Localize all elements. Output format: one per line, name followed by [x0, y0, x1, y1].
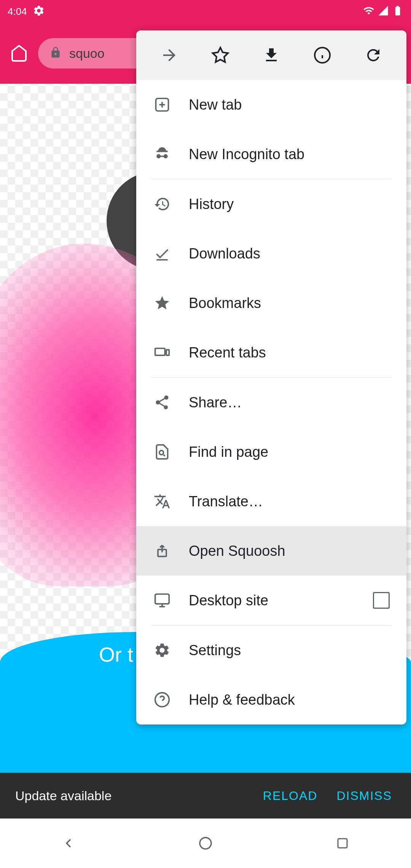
snackbar-reload-button[interactable]: RELOAD [259, 781, 322, 811]
svg-point-9 [159, 450, 164, 455]
menu-history[interactable]: History [136, 179, 406, 229]
status-left: 4:04 [8, 5, 45, 18]
bookmark-button[interactable] [207, 42, 234, 69]
find-icon [153, 443, 171, 461]
menu-items-list: New tab New Incognito tab History Downlo… [136, 80, 406, 724]
bookmarks-icon [153, 294, 171, 312]
menu-open-squoosh[interactable]: Open Squoosh [136, 526, 406, 576]
nav-home-button[interactable] [194, 832, 217, 855]
settings-icon [153, 641, 171, 659]
downloads-icon [153, 244, 171, 263]
menu-downloads[interactable]: Downloads [136, 229, 406, 278]
status-bar: 4:04 [0, 0, 411, 23]
new-tab-icon [153, 96, 171, 114]
menu-share[interactable]: Share… [136, 378, 406, 427]
menu-new-tab[interactable]: New tab [136, 80, 406, 129]
nav-back-button[interactable] [57, 832, 80, 855]
refresh-button[interactable] [360, 42, 387, 69]
battery-icon [392, 5, 403, 18]
menu-item-label: Bookmarks [189, 295, 390, 311]
navigation-bar [0, 819, 411, 868]
svg-point-17 [200, 838, 211, 849]
menu-incognito-tab[interactable]: New Incognito tab [136, 129, 406, 179]
status-time: 4:04 [8, 6, 27, 18]
menu-find-in-page[interactable]: Find in page [136, 427, 406, 477]
svg-rect-12 [155, 594, 169, 604]
open-app-icon [153, 542, 171, 560]
svg-rect-6 [156, 259, 167, 261]
menu-item-label: Help & feedback [189, 692, 390, 708]
menu-item-label: Open Squoosh [189, 543, 390, 559]
incognito-icon [153, 145, 171, 163]
lock-icon [49, 46, 62, 60]
menu-item-label: Find in page [189, 444, 390, 460]
browser-menu: New tab New Incognito tab History Downlo… [136, 30, 406, 724]
home-button[interactable] [8, 42, 30, 65]
menu-item-label: Settings [189, 642, 390, 659]
menu-translate[interactable]: Translate… [136, 477, 406, 526]
menu-item-label: New Incognito tab [189, 146, 390, 163]
wifi-icon [363, 5, 374, 18]
svg-rect-18 [338, 839, 347, 848]
svg-rect-7 [155, 348, 165, 355]
menu-item-label: Share… [189, 394, 390, 411]
menu-desktop-site[interactable]: Desktop site [136, 576, 406, 625]
snackbar: Update available RELOAD DISMISS [0, 773, 411, 819]
signal-icon [378, 5, 389, 18]
share-icon [153, 393, 171, 412]
menu-recent-tabs[interactable]: Recent tabs [136, 328, 406, 377]
menu-help-feedback[interactable]: Help & feedback [136, 675, 406, 724]
svg-line-10 [164, 455, 165, 456]
url-text: squoo [69, 46, 105, 61]
menu-item-label: Recent tabs [189, 345, 390, 361]
menu-item-label: New tab [189, 97, 390, 113]
settings-status-icon [33, 5, 45, 18]
desktop-icon [153, 591, 171, 610]
menu-top-actions [136, 30, 406, 80]
help-icon [153, 691, 171, 709]
snackbar-dismiss-button[interactable]: DISMISS [333, 781, 396, 811]
menu-settings[interactable]: Settings [136, 625, 406, 675]
recent-tabs-icon [153, 343, 171, 362]
menu-item-label: Translate… [189, 493, 390, 510]
menu-item-label: Desktop site [189, 592, 355, 609]
or-text: Or t [99, 643, 133, 666]
desktop-site-checkbox[interactable] [373, 592, 390, 609]
status-right [363, 5, 403, 18]
translate-icon [153, 492, 171, 511]
menu-item-label: History [189, 196, 390, 212]
history-icon [153, 195, 171, 213]
menu-item-label: Downloads [189, 246, 390, 262]
forward-button[interactable] [156, 42, 183, 69]
nav-recent-button[interactable] [331, 832, 354, 855]
svg-rect-8 [166, 350, 169, 356]
download-button[interactable] [258, 42, 285, 69]
menu-bookmarks[interactable]: Bookmarks [136, 278, 406, 328]
snackbar-text: Update available [15, 788, 248, 803]
info-button[interactable] [309, 42, 336, 69]
